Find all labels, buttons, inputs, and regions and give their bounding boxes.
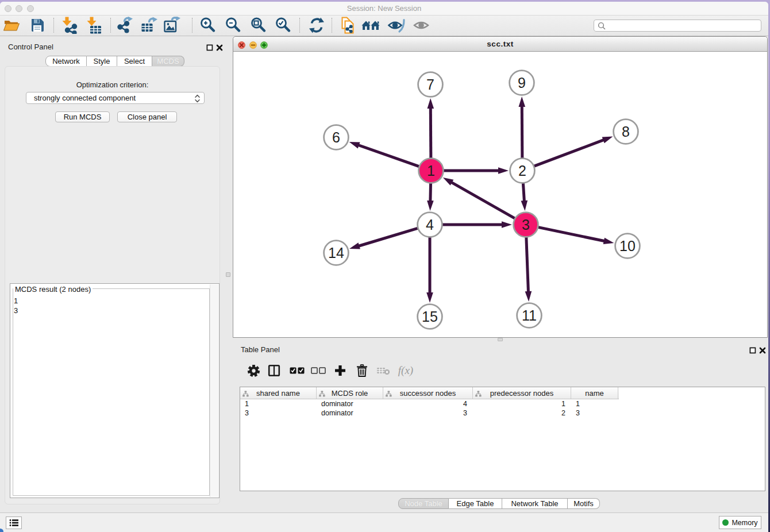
network-canvas[interactable]: 1234678910111415 (233, 52, 767, 337)
graph-edge-2-3[interactable] (523, 183, 524, 202)
tab-select[interactable]: Select (117, 56, 152, 67)
graph-edge-arrowhead (349, 142, 360, 148)
vertical-divider-handle[interactable] (226, 272, 230, 277)
control-panel-tabs: NetworkStyleSelectMCDS (45, 56, 184, 67)
tab-mcds[interactable]: MCDS (152, 56, 184, 67)
network-window-titlebar[interactable]: scc.txt (233, 37, 767, 52)
graph-edge-arrowhead (427, 201, 434, 211)
tab-motifs[interactable]: Motifs (568, 498, 600, 509)
toolbar-separator (332, 18, 332, 33)
tab-node-table[interactable]: Node Table (398, 498, 449, 509)
criterion-value: strongly connected component (34, 94, 136, 102)
delete-table-icon[interactable] (374, 361, 392, 380)
save-session-icon[interactable] (28, 16, 47, 34)
table-cell: 3 (383, 409, 467, 417)
hide-selected-icon[interactable] (387, 16, 406, 34)
show-all-icon[interactable] (412, 16, 430, 34)
graph-edge-3-11[interactable] (526, 237, 529, 292)
tab-network-table[interactable]: Network Table (502, 498, 568, 509)
column-header-successor-nodes[interactable]: successor nodes (383, 387, 473, 399)
graph-edge-3-10[interactable] (538, 227, 605, 241)
settings-icon[interactable] (244, 361, 263, 380)
graph-edge-2-9[interactable] (522, 106, 522, 159)
task-history-button[interactable] (6, 516, 22, 529)
function-builder-icon[interactable]: f(x) (396, 361, 415, 380)
columns-icon[interactable] (265, 361, 283, 380)
graph-edge-2-8[interactable] (534, 140, 605, 166)
criterion-select[interactable]: strongly connected component (26, 92, 205, 104)
tab-edge-table[interactable]: Edge Table (449, 498, 502, 509)
window-title: Session: New Session (0, 4, 768, 13)
column-type-icon (386, 390, 392, 399)
memory-label: Memory (732, 519, 757, 527)
network-graph: 1234678910111415 (233, 52, 767, 337)
table-cell: 1 (245, 400, 317, 408)
tab-network[interactable]: Network (45, 56, 87, 67)
graph-node-label: 14 (328, 245, 344, 261)
graph-node-label: 11 (522, 307, 537, 323)
graph-edge-4-14[interactable] (358, 228, 418, 246)
open-session-icon[interactable] (2, 16, 21, 34)
close-panel-icon[interactable] (759, 346, 766, 353)
float-panel-icon[interactable] (749, 346, 756, 353)
result-scrollbar[interactable] (210, 284, 218, 497)
refresh-icon[interactable] (307, 16, 326, 34)
column-label: shared name (256, 389, 300, 398)
memory-button[interactable]: Memory (719, 516, 761, 529)
export-network-icon[interactable] (116, 16, 134, 34)
import-table-icon[interactable] (84, 16, 103, 34)
column-header-name[interactable]: name (571, 387, 618, 399)
float-panel-icon[interactable] (206, 43, 213, 50)
column-type-icon (475, 390, 482, 399)
graph-edge-arrowhead (602, 136, 613, 143)
export-table-icon[interactable] (140, 16, 158, 34)
graph-node-label: 1 (427, 163, 435, 179)
mcds-panel: Optimization criterion: strongly connect… (5, 66, 220, 504)
close-panel-button[interactable]: Close panel (117, 111, 177, 122)
export-image-icon[interactable] (163, 16, 181, 34)
graph-edge-arrowhead (349, 242, 360, 249)
column-header-predecessor-nodes[interactable]: predecessor nodes (473, 387, 571, 399)
graph-edge-arrowhead (518, 97, 525, 107)
toolbar-separator (192, 18, 192, 33)
column-header-MCDS-role[interactable]: MCDS role (317, 387, 383, 399)
select-all-icon[interactable] (288, 361, 306, 380)
close-panel-icon[interactable] (216, 43, 223, 50)
column-type-icon (319, 390, 325, 399)
table-row[interactable]: 3dominator323 (240, 408, 765, 418)
search-input[interactable] (606, 21, 761, 30)
graph-edge-arrowhead (426, 292, 433, 303)
zoom-out-icon[interactable] (224, 16, 242, 34)
import-network-icon[interactable] (60, 16, 78, 34)
graph-edge-1-7[interactable] (430, 107, 431, 159)
run-mcds-button[interactable]: Run MCDS (55, 111, 110, 122)
table-cell: 3 (245, 409, 317, 417)
column-header-shared-name[interactable]: shared name (240, 387, 317, 399)
network-from-selection-icon[interactable] (338, 16, 357, 34)
graph-edge-3-1[interactable] (451, 182, 515, 219)
zoom-selected-icon[interactable] (274, 16, 292, 34)
mcds-result-box: MCDS result (2 nodes) 13 (10, 283, 220, 498)
horizontal-divider-handle[interactable] (498, 338, 503, 341)
status-bar: Memory (0, 512, 768, 532)
table-cell: dominator (321, 400, 383, 408)
graph-edge-1-6[interactable] (358, 145, 419, 167)
tab-style[interactable]: Style (87, 56, 117, 67)
table-cell: 4 (383, 400, 467, 408)
network-view-window: scc.txt 1234678910111415 (233, 36, 768, 338)
add-icon[interactable] (331, 361, 349, 380)
graph-edge-arrowhead (521, 201, 528, 211)
column-label: successor nodes (400, 389, 456, 398)
graph-edge-arrowhead (427, 98, 434, 109)
table-row[interactable]: 1dominator411 (240, 399, 765, 408)
column-type-icon (242, 390, 249, 399)
graph-edge-arrowhead (443, 178, 454, 186)
delete-icon[interactable] (353, 361, 371, 380)
first-neighbors-icon[interactable] (361, 16, 380, 34)
zoom-in-icon[interactable] (199, 16, 217, 34)
graph-edge-1-4[interactable] (430, 183, 431, 202)
zoom-fit-icon[interactable] (249, 16, 268, 34)
deselect-all-icon[interactable] (309, 361, 328, 380)
table-cell: 1 (473, 400, 565, 408)
table-cell: dominator (321, 409, 383, 417)
